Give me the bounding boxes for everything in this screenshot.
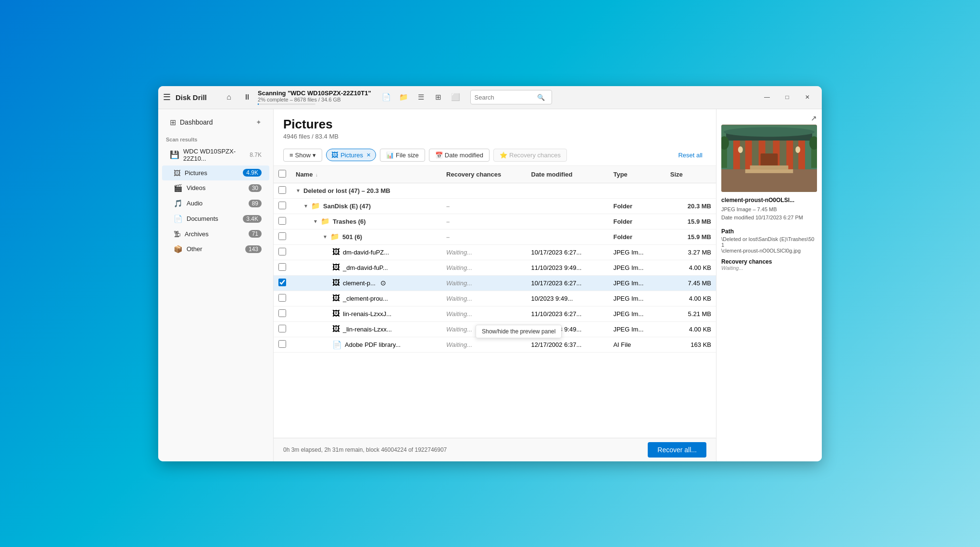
clement-check[interactable] xyxy=(278,279,286,286)
dm-david-recovery: Waiting... xyxy=(446,249,472,256)
list-view-button[interactable]: ☰ xyxy=(414,89,429,105)
svg-point-15 xyxy=(795,146,800,153)
sandisk-check[interactable] xyxy=(278,202,286,209)
lin-renais-hidden-recovery: Waiting... xyxy=(446,326,472,333)
audio-icon: 🎵 xyxy=(174,199,183,208)
clement-size: 7.45 MB xyxy=(666,275,716,291)
drive-label: WDC WD10SPZX-22Z10... xyxy=(183,148,246,162)
lin-renais-check[interactable] xyxy=(278,309,286,317)
file-table: Name ↓ Recovery chances Date modified Ty… xyxy=(274,166,716,353)
close-button[interactable]: ✕ xyxy=(798,89,817,105)
adobe-date: 12/17/2002 6:37... xyxy=(527,337,609,352)
jpeg-icon-2: 🖼 xyxy=(332,263,340,272)
pictures-label: Pictures xyxy=(185,169,239,177)
home-button[interactable]: ⌂ xyxy=(221,89,237,105)
clement-date: 10/17/2023 6:27... xyxy=(527,275,609,291)
file-row-dm-david: 🖼 dm-david-fuPZ... Waiting... 10/17/2023… xyxy=(274,244,716,260)
pause-button[interactable]: ⏸ xyxy=(239,89,255,105)
dm-david-check[interactable] xyxy=(278,248,286,255)
501-collapse-btn[interactable]: ▾ xyxy=(323,233,327,240)
lin-renais-size: 5.21 MB xyxy=(666,306,716,321)
minimize-button[interactable]: — xyxy=(757,89,777,105)
maximize-button[interactable]: □ xyxy=(778,89,797,105)
documents-icon: 📄 xyxy=(174,215,183,223)
preview-recovery-label: Recovery chances xyxy=(721,258,817,265)
loading-icon: ✦ xyxy=(256,118,262,126)
sort-arrow: ↓ xyxy=(315,172,318,178)
sidebar-item-audio[interactable]: 🎵 Audio 89 xyxy=(162,196,269,211)
grid-view-button[interactable]: ⊞ xyxy=(431,89,446,105)
sidebar-drive-item[interactable]: 💾 WDC WD10SPZX-22Z10... 8.7K xyxy=(162,144,269,165)
trashes-type: Folder xyxy=(608,214,665,229)
show-filter-button[interactable]: ≡ Show ▾ xyxy=(283,149,322,162)
group-label: ▾ Deleted or lost (47) – 20.3 MB xyxy=(296,187,711,194)
scan-title: Scanning "WDC WD10SPZX-22Z10T1" xyxy=(258,89,371,97)
dm-david-hidden-date: 11/10/2023 9:49... xyxy=(527,260,609,275)
sandisk-collapse-btn[interactable]: ▾ xyxy=(303,203,308,209)
sandisk-size: 20.3 MB xyxy=(666,198,716,214)
501-recovery: – xyxy=(446,233,450,241)
sidebar-item-documents[interactable]: 📄 Documents 3.4K xyxy=(162,211,269,227)
recover-all-button[interactable]: Recover all... xyxy=(648,442,706,458)
date-modified-filter-button[interactable]: 📅 Date modified xyxy=(429,149,490,162)
check-all[interactable] xyxy=(278,170,286,178)
pictures-chip-close-icon[interactable]: ✕ xyxy=(366,152,371,158)
col-type: Type xyxy=(608,166,665,183)
collapse-button[interactable]: ▾ xyxy=(296,187,301,194)
adobe-check[interactable] xyxy=(278,340,286,348)
lin-renais-hidden-check[interactable] xyxy=(278,325,286,332)
lin-renais-type: JPEG Im... xyxy=(608,306,665,321)
file-row-clement: 🖼 clement-p... ⊙ Waiting... 10/17/2023 6… xyxy=(274,275,716,291)
group-title: Deleted or lost (47) – 20.3 MB xyxy=(303,187,390,194)
folder-icon: 📁 xyxy=(311,202,320,210)
501-size: 15.9 MB xyxy=(666,229,716,244)
sidebar-item-archives[interactable]: 🗜 Archives 71 xyxy=(162,227,269,242)
hamburger-icon[interactable]: ☰ xyxy=(163,92,171,102)
audio-count: 89 xyxy=(249,200,262,207)
jpeg-icon-3: 🖼 xyxy=(332,279,340,287)
lin-renais-recovery: Waiting... xyxy=(446,310,472,318)
col-recovery: Recovery chances xyxy=(441,166,526,183)
501-folder-row: ▾ 📁 501 (6) – Folder 15.9 MB xyxy=(274,229,716,244)
preview-external-button[interactable]: ↗ xyxy=(811,114,817,123)
sidebar-item-videos[interactable]: 🎬 Videos 30 xyxy=(162,180,269,196)
group-check[interactable] xyxy=(278,186,286,194)
adobe-recovery: Waiting... xyxy=(446,341,472,348)
videos-icon: 🎬 xyxy=(174,184,183,192)
svg-rect-12 xyxy=(750,165,789,169)
archives-count: 71 xyxy=(249,230,262,238)
preview-path-label: Path xyxy=(721,228,817,235)
trashes-recovery: – xyxy=(446,218,450,225)
open-folder-button[interactable]: 📁 xyxy=(396,89,412,105)
501-check[interactable] xyxy=(278,232,286,240)
clement-hidden-name: _clement-prou... xyxy=(343,295,388,302)
clement-recovery: Waiting... xyxy=(446,280,472,287)
sidebar-item-pictures[interactable]: 🖼 Pictures 4.9K xyxy=(162,165,269,180)
trashes-name: Trashes (6) xyxy=(333,218,366,225)
reset-all-button[interactable]: Reset all xyxy=(674,149,706,161)
preview-toggle-icon[interactable]: ⊙ xyxy=(380,279,386,287)
other-icon: 📦 xyxy=(174,245,183,254)
group-deleted-or-lost: ▾ Deleted or lost (47) – 20.3 MB xyxy=(274,183,716,198)
search-box: 🔍 xyxy=(470,90,552,104)
preview-meta: JPEG Image – 7.45 MBDate modified 10/17/… xyxy=(721,205,817,222)
save-doc-button[interactable]: 📄 xyxy=(379,89,394,105)
preview-path: \Deleted or lost\SanDisk (E)\Trashes\501… xyxy=(721,236,817,254)
trashes-folder-row: ▾ 📁 Trashes (6) – Folder 15.9 MB xyxy=(274,214,716,229)
jpeg-icon-1: 🖼 xyxy=(332,248,340,256)
clement-hidden-check[interactable] xyxy=(278,294,286,302)
trashes-check[interactable] xyxy=(278,217,286,225)
file-size-filter-button[interactable]: 📊 File size xyxy=(380,149,425,162)
search-input[interactable] xyxy=(475,94,537,101)
clement-type: JPEG Im... xyxy=(608,275,665,291)
trashes-collapse-btn[interactable]: ▾ xyxy=(313,218,318,225)
pictures-filter-chip[interactable]: 🖼 Pictures ✕ xyxy=(326,149,376,161)
sidebar-dashboard-item[interactable]: ⊞ Dashboard ✦ xyxy=(162,114,269,131)
501-name: 501 (6) xyxy=(342,233,362,241)
panel-toggle-button[interactable]: ⬜ xyxy=(448,89,464,105)
sidebar-item-other[interactable]: 📦 Other 143 xyxy=(162,242,269,257)
status-footer: 0h 3m elapsed, 2h 31m remain, block 4600… xyxy=(274,438,716,461)
filter-bar: ≡ Show ▾ 🖼 Pictures ✕ 📊 File size 📅 Date… xyxy=(274,145,716,166)
dm-david-hidden-check[interactable] xyxy=(278,263,286,271)
dm-david-hidden-type: JPEG Im... xyxy=(608,260,665,275)
